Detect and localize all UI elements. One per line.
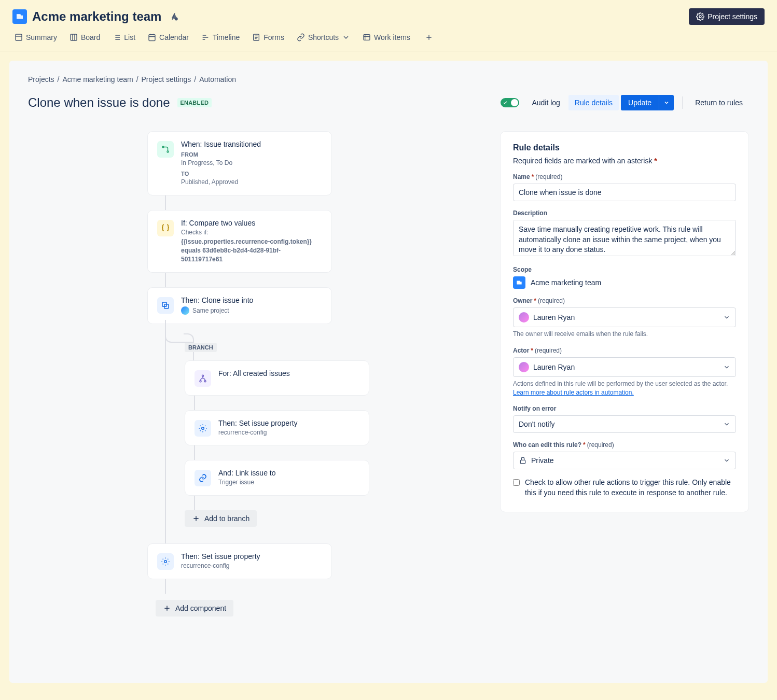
- lock-icon: [519, 456, 527, 465]
- owner-help: The owner will receive emails when the r…: [513, 330, 736, 339]
- name-input[interactable]: [513, 184, 736, 201]
- copy-icon: [157, 297, 174, 314]
- owner-select[interactable]: Lauren Ryan: [513, 307, 736, 327]
- breadcrumb-settings[interactable]: Project settings: [142, 75, 191, 83]
- tab-timeline[interactable]: Timeline: [196, 30, 245, 45]
- plus-icon: [163, 604, 171, 612]
- gear-icon: [195, 420, 211, 437]
- actor-select[interactable]: Lauren Ryan: [513, 357, 736, 377]
- rule-title: Clone when issue is done: [28, 95, 170, 110]
- tab-list[interactable]: List: [107, 30, 141, 45]
- branch-for-icon: [195, 370, 211, 387]
- tab-calendar[interactable]: Calendar: [143, 30, 194, 45]
- tab-board[interactable]: Board: [64, 30, 105, 45]
- chevron-down-icon: [723, 363, 730, 371]
- svg-point-0: [175, 18, 178, 20]
- breadcrumb: Projects/ Acme marketing team/ Project s…: [9, 61, 768, 83]
- flow-clone-card[interactable]: Then: Clone issue into Same project: [147, 287, 332, 324]
- scope-project-icon: [513, 276, 525, 289]
- gear-icon: [696, 12, 704, 21]
- description-label: Description: [513, 209, 736, 217]
- header: Acme marketing team Project settings: [0, 0, 777, 29]
- tab-forms[interactable]: Forms: [247, 30, 289, 45]
- details-panel: Rule details Required fields are marked …: [500, 131, 749, 512]
- tab-summary[interactable]: Summary: [9, 30, 62, 45]
- svg-rect-3: [71, 34, 77, 40]
- scope-value: Acme marketing team: [531, 278, 601, 287]
- board-icon: [70, 33, 78, 41]
- braces-icon: [157, 220, 174, 236]
- scope-label: Scope: [513, 266, 736, 273]
- panel-heading: Rule details: [513, 143, 736, 152]
- chevron-down-icon: [723, 421, 730, 428]
- plus-icon: [192, 514, 200, 523]
- svg-point-12: [200, 380, 201, 382]
- page-title: Acme marketing team: [32, 9, 161, 24]
- svg-point-11: [202, 375, 204, 376]
- breadcrumb-automation[interactable]: Automation: [199, 75, 236, 83]
- svg-point-13: [204, 380, 206, 382]
- avatar: [519, 312, 529, 323]
- add-to-branch-button[interactable]: Add to branch: [185, 510, 257, 527]
- update-more-button[interactable]: [659, 95, 674, 110]
- breadcrumb-team[interactable]: Acme marketing team: [62, 75, 133, 83]
- link-icon: [195, 470, 211, 486]
- flow-branch-link-card[interactable]: And: Link issue to Trigger issue: [185, 460, 369, 496]
- project-avatar-small-icon: [181, 306, 189, 315]
- svg-point-7: [162, 146, 164, 148]
- flow-last-set-card[interactable]: Then: Set issue property recurrence-conf…: [147, 543, 332, 579]
- svg-point-14: [202, 427, 204, 429]
- timeline-icon: [201, 33, 210, 41]
- audit-log-button[interactable]: Audit log: [525, 95, 566, 110]
- chevron-down-icon: [723, 314, 730, 321]
- update-button[interactable]: Update: [621, 95, 659, 110]
- checkbox-label: Check to allow other rule actions to tri…: [525, 478, 736, 498]
- svg-point-8: [167, 151, 169, 152]
- edit-select[interactable]: Private: [513, 452, 736, 469]
- rule-details-button[interactable]: Rule details: [568, 95, 619, 110]
- return-to-rules-button[interactable]: Return to rules: [689, 95, 749, 110]
- enable-toggle[interactable]: [501, 98, 519, 107]
- tab-shortcuts[interactable]: Shortcuts: [292, 30, 355, 45]
- list-icon: [113, 33, 121, 41]
- svg-point-15: [164, 561, 167, 563]
- svg-rect-6: [364, 35, 370, 40]
- transition-icon: [157, 141, 174, 158]
- actor-help-link[interactable]: Learn more about rule actors in automati…: [513, 389, 634, 396]
- workitems-icon: [363, 33, 371, 41]
- chevron-down-icon: [342, 33, 350, 41]
- check-icon: [503, 100, 508, 105]
- flow-trigger-card[interactable]: When: Issue transitioned FROM In Progres…: [147, 131, 332, 195]
- avatar: [519, 362, 529, 372]
- chevron-down-icon: [723, 457, 730, 464]
- flow-trigger-title: When: Issue transitioned: [181, 140, 261, 148]
- tab-work-items[interactable]: Work items: [357, 30, 415, 45]
- required-hint: Required fields are marked with an aster…: [513, 157, 736, 165]
- notify-select[interactable]: Don't notify: [513, 415, 736, 433]
- flow-condition-card[interactable]: If: Compare two values Checks if: {{issu…: [147, 210, 332, 273]
- summary-icon: [15, 33, 23, 41]
- nav-tabs: Summary Board List Calendar Timeline For…: [0, 29, 777, 51]
- breadcrumb-projects[interactable]: Projects: [28, 75, 54, 83]
- project-icon: [12, 9, 27, 24]
- svg-rect-2: [16, 34, 22, 40]
- add-component-button[interactable]: Add component: [156, 600, 233, 617]
- status-badge: ENABLED: [177, 98, 212, 107]
- theme-icon[interactable]: [170, 12, 179, 21]
- allow-trigger-checkbox[interactable]: [513, 479, 520, 486]
- actor-help: Actions defined in this rule will be per…: [513, 380, 736, 397]
- svg-point-1: [699, 16, 701, 18]
- link-icon: [297, 33, 305, 41]
- plus-icon: [425, 33, 433, 41]
- flow-column: When: Issue transitioned FROM In Progres…: [28, 131, 500, 617]
- owner-label: Owner*(required): [513, 297, 736, 304]
- gear-icon: [157, 553, 174, 570]
- flow-branch-set-card[interactable]: Then: Set issue property recurrence-conf…: [185, 410, 369, 446]
- add-tab-button[interactable]: [421, 29, 437, 46]
- description-input[interactable]: [513, 220, 736, 256]
- flow-branch-for-card[interactable]: For: All created issues: [185, 360, 369, 396]
- project-settings-button[interactable]: Project settings: [689, 8, 765, 25]
- calendar-icon: [148, 33, 156, 41]
- branch-label: BRANCH: [185, 343, 217, 352]
- content: Projects/ Acme marketing team/ Project s…: [9, 61, 768, 683]
